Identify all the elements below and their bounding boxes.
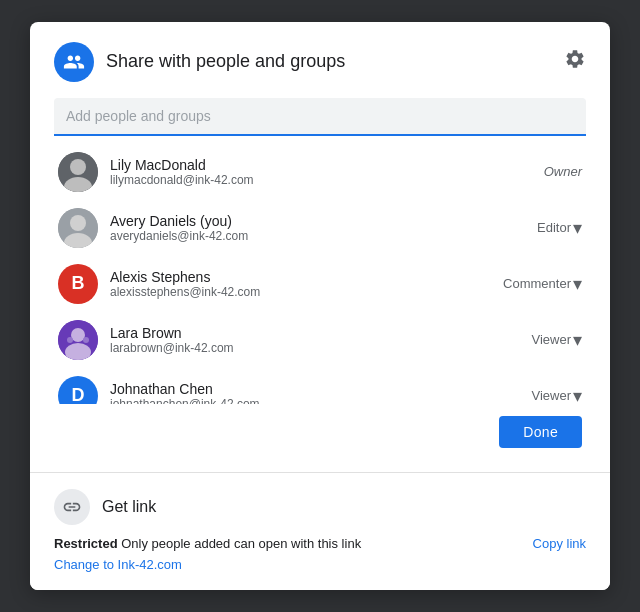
svg-point-7 — [71, 328, 85, 342]
person-email: alexisstephens@ink-42.com — [110, 285, 503, 299]
svg-point-1 — [70, 159, 86, 175]
share-header-left: Share with people and groups — [54, 42, 345, 82]
person-name: Lara Brown — [110, 325, 531, 341]
avatar — [58, 208, 98, 248]
svg-point-10 — [83, 337, 89, 343]
avatar: D — [58, 376, 98, 404]
table-row: B Alexis Stephens alexisstephens@ink-42.… — [54, 256, 586, 312]
role-label: Commenter — [503, 276, 571, 291]
person-role[interactable]: Editor ▾ — [537, 217, 582, 239]
chevron-down-icon: ▾ — [573, 217, 582, 239]
overlay: Share with people and groups — [0, 0, 640, 612]
chevron-down-icon: ▾ — [573, 385, 582, 404]
settings-icon[interactable] — [564, 48, 586, 75]
chevron-down-icon: ▾ — [573, 329, 582, 351]
person-info: Lily MacDonald lilymacdonald@ink-42.com — [110, 157, 544, 187]
avatar: B — [58, 264, 98, 304]
table-row: Avery Daniels (you) averydaniels@ink-42.… — [54, 200, 586, 256]
link-panel: Get link Restricted Only people added ca… — [30, 473, 610, 590]
person-email: lilymacdonald@ink-42.com — [110, 173, 544, 187]
avatar — [58, 320, 98, 360]
done-button[interactable]: Done — [499, 416, 582, 448]
table-row: Lara Brown larabrown@ink-42.com Viewer ▾ — [54, 312, 586, 368]
person-role[interactable]: Commenter ▾ — [503, 273, 582, 295]
change-link-button[interactable]: Change to Ink-42.com — [54, 557, 361, 572]
search-container — [54, 98, 586, 136]
link-header: Get link — [54, 489, 586, 525]
link-icon — [54, 489, 90, 525]
search-input[interactable] — [54, 104, 586, 128]
get-link-title: Get link — [102, 498, 156, 516]
person-info: Alexis Stephens alexisstephens@ink-42.co… — [110, 269, 503, 299]
copy-link-button[interactable]: Copy link — [533, 535, 586, 551]
person-name: Johnathan Chen — [110, 381, 531, 397]
avatar — [58, 152, 98, 192]
person-info: Johnathan Chen johnathanchen@ink-42.com — [110, 381, 531, 404]
table-row: Lily MacDonald lilymacdonald@ink-42.com … — [54, 144, 586, 200]
person-role: Owner — [544, 164, 582, 179]
person-role[interactable]: Viewer ▾ — [531, 385, 582, 404]
table-row: D Johnathan Chen johnathanchen@ink-42.co… — [54, 368, 586, 404]
person-email: johnathanchen@ink-42.com — [110, 397, 531, 404]
person-role[interactable]: Viewer ▾ — [531, 329, 582, 351]
link-description-text: Restricted Only people added can open wi… — [54, 535, 361, 553]
dialog: Share with people and groups — [30, 22, 610, 590]
link-restricted-label: Restricted — [54, 536, 118, 551]
person-info: Lara Brown larabrown@ink-42.com — [110, 325, 531, 355]
share-header: Share with people and groups — [54, 42, 586, 82]
share-title: Share with people and groups — [106, 51, 345, 72]
link-description: Restricted Only people added can open wi… — [54, 535, 361, 572]
person-name: Lily MacDonald — [110, 157, 544, 173]
role-label: Viewer — [531, 332, 571, 347]
link-info-row: Restricted Only people added can open wi… — [54, 535, 586, 572]
svg-point-4 — [70, 215, 86, 231]
role-label: Editor — [537, 220, 571, 235]
svg-point-9 — [67, 337, 73, 343]
share-footer: Done — [54, 404, 586, 456]
people-svg — [63, 51, 85, 73]
chevron-down-icon: ▾ — [573, 273, 582, 295]
person-name: Avery Daniels (you) — [110, 213, 537, 229]
role-label: Viewer — [531, 388, 571, 403]
share-panel: Share with people and groups — [30, 22, 610, 472]
share-people-icon — [54, 42, 94, 82]
person-info: Avery Daniels (you) averydaniels@ink-42.… — [110, 213, 537, 243]
person-email: larabrown@ink-42.com — [110, 341, 531, 355]
person-name: Alexis Stephens — [110, 269, 503, 285]
people-list: Lily MacDonald lilymacdonald@ink-42.com … — [54, 144, 586, 404]
link-description-rest: Only people added can open with this lin… — [118, 536, 362, 551]
person-email: averydaniels@ink-42.com — [110, 229, 537, 243]
